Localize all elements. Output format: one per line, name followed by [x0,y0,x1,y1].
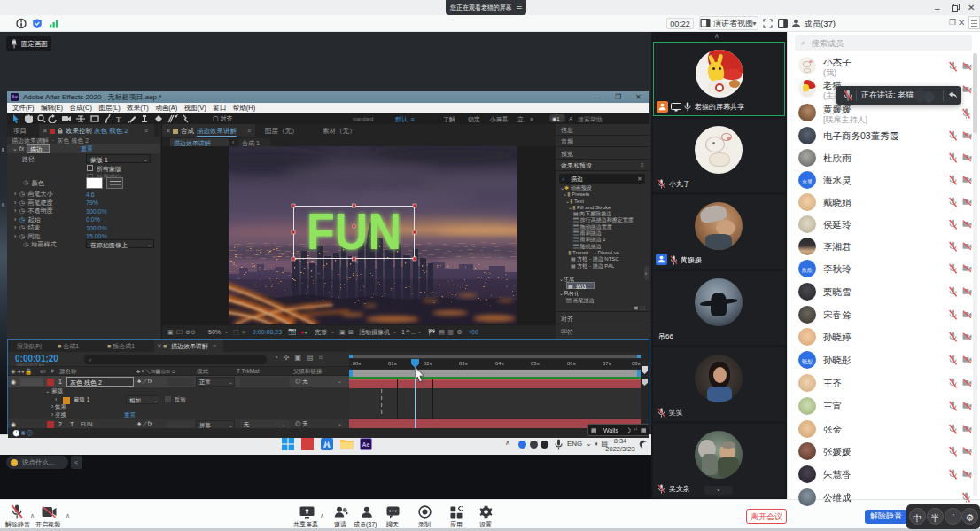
svg-text:FUN: FUN [307,202,401,260]
svg-text:T: T [116,115,121,123]
